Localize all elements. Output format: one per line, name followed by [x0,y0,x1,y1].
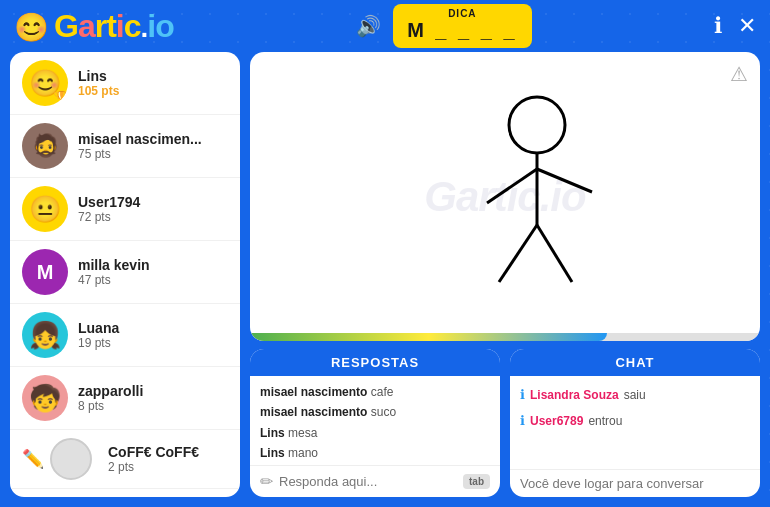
player-pts: 72 pts [78,210,228,224]
avatar [50,438,92,480]
svg-line-5 [537,225,572,282]
player-info: Lins 105 pts [78,68,228,98]
player-name: zapparolli [78,383,228,399]
player-name: User1794 [78,194,228,210]
list-item: ℹ User6789 entrou [520,408,750,434]
player-item[interactable]: 😊 🏆 Lins 105 pts [10,52,240,115]
tab-badge: tab [463,474,490,489]
list-item: ℹ Lisandra Souza saiu [520,382,750,408]
player-item[interactable]: ✏️ CoFF€ CoFF€ 2 pts [10,430,240,489]
response-input-area: ✏ tab [250,465,500,497]
logo-emoji: 😊 [14,12,48,43]
player-name: CoFF€ CoFF€ [108,444,228,460]
info-circle-icon: ℹ [520,382,525,408]
progress-bar [250,333,760,341]
drawing-canvas: Gartic.io ⚠ [250,52,760,341]
svg-line-3 [537,169,592,192]
player-info: CoFF€ CoFF€ 2 pts [108,444,228,474]
list-item: misael nascimento cafe [260,382,490,402]
list-item: Lins mesa [260,423,490,443]
response-answer: mano [288,446,318,460]
player-item[interactable]: 😐 User1794 72 pts [10,178,240,241]
player-pts: 75 pts [78,147,228,161]
chat-action: saiu [624,383,646,407]
player-name: misael nascimen... [78,131,228,147]
avatar: 🧔 [22,123,68,169]
player-pts: 47 pts [78,273,228,287]
responses-panel: RESPOSTAS misael nascimento cafe misael … [250,349,500,497]
player-item[interactable]: 🧒 zapparolli 8 pts [10,367,240,430]
player-item[interactable]: M milla kevin 47 pts [10,241,240,304]
player-info: milla kevin 47 pts [78,257,228,287]
svg-point-0 [509,97,565,153]
player-item[interactable]: 🧔 misael nascimen... 75 pts [10,115,240,178]
list-item: Lins mano [260,443,490,463]
player-name: Lins [78,68,228,84]
stick-figure [457,87,617,307]
chat-username: User6789 [530,409,583,433]
response-input[interactable] [279,474,457,489]
response-username: misael nascimento [260,385,367,399]
chat-input-area [510,469,760,497]
player-pts: 105 pts [78,84,228,98]
avatar: 😐 [22,186,68,232]
player-name: milla kevin [78,257,228,273]
avatar: M [22,249,68,295]
chat-action: entrou [588,409,622,433]
avatar: 👧 [22,312,68,358]
player-info: zapparolli 8 pts [78,383,228,413]
player-pts: 8 pts [78,399,228,413]
players-sidebar: 😊 🏆 Lins 105 pts 🧔 misael nascimen... 75… [10,52,240,497]
hint-word: M _ _ _ _ [407,19,517,42]
pencil-icon: ✏️ [22,448,44,470]
response-answer: cafe [371,385,394,399]
trophy-icon: 🏆 [53,90,68,106]
chat-messages: ℹ Lisandra Souza saiu ℹ User6789 entrou [510,376,760,469]
game-area: Gartic.io ⚠ [250,52,760,497]
chat-input[interactable] [520,476,750,491]
logo: 😊Gartic.io [14,8,174,45]
player-info: Luana 19 pts [78,320,228,350]
chat-header: CHAT [510,349,760,376]
responses-list: misael nascimento cafe misael nascimento… [250,376,500,465]
progress-bar-fill [250,333,607,341]
hint-label: DICA [407,8,517,19]
player-info: misael nascimen... 75 pts [78,131,228,161]
close-icon[interactable]: ✕ [738,13,756,39]
response-username: misael nascimento [260,405,367,419]
bottom-panels: RESPOSTAS misael nascimento cafe misael … [250,349,760,497]
volume-icon[interactable]: 🔊 [356,14,381,38]
response-username: Lins [260,426,285,440]
player-item[interactable]: 👧 Luana 19 pts [10,304,240,367]
response-answer: suco [371,405,396,419]
header-center: 🔊 DICA M _ _ _ _ [356,4,531,48]
chat-username: Lisandra Souza [530,383,619,407]
avatar: 🧒 [22,375,68,421]
response-answer: mesa [288,426,317,440]
player-pts: 2 pts [108,460,228,474]
warning-icon[interactable]: ⚠ [730,62,748,86]
header: 😊Gartic.io 🔊 DICA M _ _ _ _ ℹ ✕ [0,0,770,52]
pencil-icon: ✏ [260,472,273,491]
header-right: ℹ ✕ [714,13,756,39]
info-icon[interactable]: ℹ [714,13,722,39]
hint-box: DICA M _ _ _ _ [393,4,531,48]
svg-line-2 [487,169,537,203]
list-item: misael nascimento suco [260,402,490,422]
player-pts: 19 pts [78,336,228,350]
avatar: 😊 🏆 [22,60,68,106]
main-layout: 😊 🏆 Lins 105 pts 🧔 misael nascimen... 75… [0,52,770,507]
svg-line-4 [499,225,537,282]
responses-header: RESPOSTAS [250,349,500,376]
player-name: Luana [78,320,228,336]
response-username: Lins [260,446,285,460]
chat-panel: CHAT ℹ Lisandra Souza saiu ℹ User6789 en… [510,349,760,497]
info-circle-icon: ℹ [520,408,525,434]
player-info: User1794 72 pts [78,194,228,224]
